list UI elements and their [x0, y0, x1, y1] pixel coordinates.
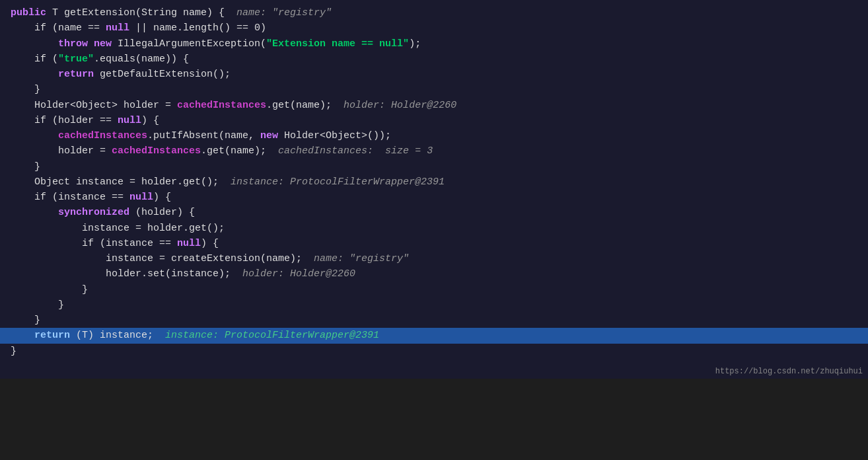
plain: } — [11, 284, 88, 295]
code-line-20: } — [0, 297, 868, 313]
plain: Holder<Object> holder = — [11, 100, 177, 111]
plain: } — [11, 161, 40, 172]
plain: ) { — [141, 115, 159, 126]
code-line-15: instance = holder.get(); — [0, 221, 868, 236]
code-line-2: if (name == null || name.length() == 0) — [0, 20, 868, 36]
plain-hl2: (T) instance; — [70, 330, 165, 341]
comment-holder: holder: Holder@2260 — [344, 100, 456, 111]
code-line-23: } — [0, 344, 868, 359]
method-cachedInstances-get: cachedInstances — [177, 100, 266, 111]
kw-return: return — [58, 69, 94, 80]
comment-instance-green: instance: ProtocolFilterWrapper@2391 — [165, 330, 379, 341]
plain: } — [11, 315, 40, 326]
kw-synchronized: synchronized — [58, 207, 129, 218]
plain: ) { — [153, 192, 171, 203]
plain: if (holder == — [11, 115, 118, 126]
plain: IllegalArgumentException( — [112, 38, 266, 50]
plain — [11, 38, 58, 50]
code-line-13: if (instance == null) { — [0, 190, 868, 205]
kw-return-hl: return — [34, 330, 70, 341]
plain: if (instance == — [11, 192, 129, 203]
comment-name-registry: name: "registry" — [236, 7, 332, 19]
code-line-19: } — [0, 282, 868, 297]
footer-url: https://blog.csdn.net/zhuqiuhui — [0, 364, 868, 379]
plain: .get(name); — [266, 100, 344, 111]
code-line-6: } — [0, 82, 868, 97]
plain: instance = createExtension(name); — [11, 253, 314, 264]
kw-null: null — [106, 22, 129, 34]
code-editor: public T getExtension(String name) { nam… — [0, 0, 868, 364]
method-cachedInstances-get2: cachedInstances — [112, 145, 201, 157]
code-line-1: public T getExtension(String name) { nam… — [0, 5, 868, 20]
method-cachedInstances-put: cachedInstances — [58, 130, 147, 141]
plain: } — [11, 346, 17, 357]
code-line-7: Holder<Object> holder = cachedInstances.… — [0, 98, 868, 113]
plain — [11, 207, 58, 218]
kw-null2: null — [118, 115, 141, 126]
plain: Object instance = holder.get(); — [11, 176, 231, 188]
code-line-8: if (holder == null) { — [0, 113, 868, 128]
code-line-22: return (T) instance; instance: ProtocolF… — [0, 328, 868, 343]
plain — [11, 130, 58, 141]
str-extension-name: "Extension name == null" — [266, 38, 409, 50]
plain: (holder) { — [129, 207, 195, 218]
kw-new: new — [260, 130, 278, 141]
plain: ) { — [201, 238, 219, 249]
plain: || name.length() == 0) — [129, 22, 266, 34]
code-line-5: return getDefaultExtension(); — [0, 67, 868, 82]
plain: getDefaultExtension(); — [94, 69, 231, 80]
code-line-21: } — [0, 313, 868, 328]
plain: instance = holder.get(); — [11, 223, 225, 234]
plain: holder.set(instance); — [11, 268, 242, 280]
plain: holder = — [11, 145, 112, 157]
plain: } — [11, 84, 40, 95]
plain — [11, 69, 58, 80]
plain: } — [11, 299, 64, 311]
plain-hl — [11, 330, 34, 341]
comment-name-registry2: name: "registry" — [314, 253, 409, 264]
plain: .equals(name)) { — [94, 54, 189, 65]
kw-null4: null — [177, 238, 201, 249]
code-line-3: throw new IllegalArgumentException("Exte… — [0, 36, 868, 52]
comment-cachedInstances-size: cachedInstances: size = 3 — [278, 145, 433, 157]
str-true: "true" — [58, 54, 94, 65]
kw-null3: null — [129, 192, 153, 203]
code-line-4: if ("true".equals(name)) { — [0, 52, 868, 67]
plain: .putIfAbsent(name, — [147, 130, 260, 141]
code-line-16: if (instance == null) { — [0, 236, 868, 251]
kw-throw-new: throw new — [58, 38, 112, 50]
plain: T getExtension(String name) { — [46, 7, 236, 19]
plain: Holder<Object>()); — [278, 130, 391, 141]
plain: ); — [409, 38, 421, 50]
code-line-10: holder = cachedInstances.get(name); cach… — [0, 143, 868, 159]
code-line-17: instance = createExtension(name); name: … — [0, 251, 868, 266]
code-line-9: cachedInstances.putIfAbsent(name, new Ho… — [0, 128, 868, 143]
plain: if ( — [11, 54, 58, 65]
plain: if (instance == — [11, 238, 177, 249]
comment-holder2: holder: Holder@2260 — [242, 268, 355, 280]
plain: if (name == — [11, 22, 106, 34]
code-line-18: holder.set(instance); holder: Holder@226… — [0, 266, 868, 282]
code-line-12: Object instance = holder.get(); instance… — [0, 174, 868, 190]
kw-public: public — [11, 7, 46, 19]
plain: .get(name); — [201, 145, 278, 157]
code-line-11: } — [0, 159, 868, 174]
code-line-14: synchronized (holder) { — [0, 205, 868, 220]
comment-instance-pfwrapper: instance: ProtocolFilterWrapper@2391 — [231, 176, 445, 188]
